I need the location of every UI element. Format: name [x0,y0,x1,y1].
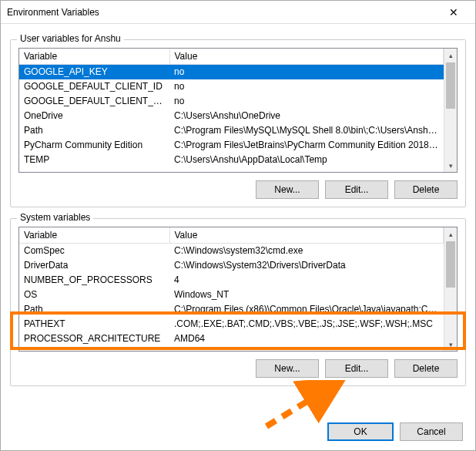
cell-variable: GOOGLE_DEFAULT_CLIENT_S... [19,94,169,109]
cell-variable: Path [19,302,169,317]
cell-value: 4 [169,273,444,288]
table-row[interactable]: DriverData C:\Windows\System32\Drivers\D… [19,258,444,273]
user-delete-button[interactable]: Delete [394,180,458,199]
user-variables-table: Variable Value GOOGLE_API_KEY no GOOGLE_… [19,49,444,167]
cell-value: C:\Program Files (x86)\Common Files\Orac… [169,302,444,317]
cell-value: C:\Users\Anshu\OneDrive [169,109,444,123]
table-row[interactable]: PATHEXT .COM;.EXE;.BAT;.CMD;.VBS;.VBE;.J… [19,317,444,332]
cell-variable: DriverData [19,258,169,273]
table-row[interactable]: GOOGLE_DEFAULT_CLIENT_ID no [19,79,444,94]
titlebar: Environment Variables ✕ [1,1,475,24]
table-row[interactable]: OS Windows_NT [19,288,444,302]
cell-value: C:\Windows\System32\Drivers\DriverData [169,258,444,273]
cell-variable: NUMBER_OF_PROCESSORS [19,273,169,288]
system-variables-table: Variable Value ComSpec C:\Windows\system… [19,227,444,346]
cell-value: Windows_NT [169,288,444,302]
dialog-title: Environment Variables [7,7,438,18]
user-buttons-row: New... Edit... Delete [18,180,458,199]
dialog-buttons: OK Cancel [327,422,463,441]
system-col-variable[interactable]: Variable [19,227,169,244]
cancel-button[interactable]: Cancel [400,422,463,441]
user-variables-label: User variables for Anshu [17,33,124,44]
close-icon[interactable]: ✕ [438,2,469,23]
table-row[interactable]: PROCESSOR_ARCHITECTURE AMD64 [19,332,444,346]
cell-value: C:\Users\Anshu\AppData\Local\Temp [169,153,444,167]
scroll-up-icon[interactable]: ▴ [444,49,457,62]
user-variables-table-container: Variable Value GOOGLE_API_KEY no GOOGLE_… [18,48,458,173]
cell-variable: TEMP [19,153,169,167]
user-variables-group: User variables for Anshu Variable Value … [10,39,466,207]
table-row[interactable]: PyCharm Community Edition C:\Program Fil… [19,138,444,153]
table-row[interactable]: GOOGLE_DEFAULT_CLIENT_S... no [19,94,444,109]
cell-variable: OS [19,288,169,302]
cell-variable: PATHEXT [19,317,169,332]
table-row[interactable]: NUMBER_OF_PROCESSORS 4 [19,273,444,288]
system-delete-button[interactable]: Delete [394,359,458,378]
table-row[interactable]: OneDrive C:\Users\Anshu\OneDrive [19,109,444,123]
user-new-button[interactable]: New... [256,180,319,199]
content-area: User variables for Anshu Variable Value … [1,24,475,405]
scroll-down-icon[interactable]: ▾ [444,338,457,351]
system-variables-table-container: Variable Value ComSpec C:\Windows\system… [18,227,458,352]
system-edit-button[interactable]: Edit... [325,359,388,378]
scroll-thumb[interactable] [446,241,455,288]
system-variables-group: System variables Variable Value ComSpec [10,218,466,386]
user-col-variable[interactable]: Variable [19,49,169,65]
table-row[interactable]: ComSpec C:\Windows\system32\cmd.exe [19,244,444,258]
cell-value: no [169,79,444,94]
cell-variable: GOOGLE_DEFAULT_CLIENT_ID [19,79,169,94]
cell-value: C:\Program Files\MySQL\MySQL Shell 8.0\b… [169,123,444,138]
cell-variable: Path [19,123,169,138]
cell-variable: GOOGLE_API_KEY [19,65,169,79]
cell-value: no [169,94,444,109]
ok-button[interactable]: OK [327,422,394,441]
cell-value: no [169,65,444,79]
table-row[interactable]: TEMP C:\Users\Anshu\AppData\Local\Temp [19,153,444,167]
scroll-down-icon[interactable]: ▾ [444,159,457,172]
cell-variable: ComSpec [19,244,169,258]
table-row[interactable]: Path C:\Program Files\MySQL\MySQL Shell … [19,123,444,138]
table-row[interactable]: GOOGLE_API_KEY no [19,65,444,79]
cell-variable: PROCESSOR_ARCHITECTURE [19,332,169,346]
system-col-value[interactable]: Value [169,227,444,244]
system-variables-label: System variables [17,212,93,223]
scroll-up-icon[interactable]: ▴ [444,227,457,241]
table-row[interactable]: Path C:\Program Files (x86)\Common Files… [19,302,444,317]
cell-variable: OneDrive [19,109,169,123]
cell-value: AMD64 [169,332,444,346]
cell-value: C:\Windows\system32\cmd.exe [169,244,444,258]
user-scrollbar[interactable]: ▴ ▾ [444,49,457,172]
environment-variables-dialog: Environment Variables ✕ User variables f… [0,0,476,451]
user-col-value[interactable]: Value [169,49,444,65]
cell-value: C:\Program Files\JetBrains\PyCharm Commu… [169,138,444,153]
system-scrollbar[interactable]: ▴ ▾ [444,227,457,351]
scroll-thumb[interactable] [446,62,455,109]
user-edit-button[interactable]: Edit... [325,180,388,199]
cell-value: .COM;.EXE;.BAT;.CMD;.VBS;.VBE;.JS;.JSE;.… [169,317,444,332]
system-buttons-row: New... Edit... Delete [18,359,458,378]
system-new-button[interactable]: New... [256,359,319,378]
cell-variable: PyCharm Community Edition [19,138,169,153]
